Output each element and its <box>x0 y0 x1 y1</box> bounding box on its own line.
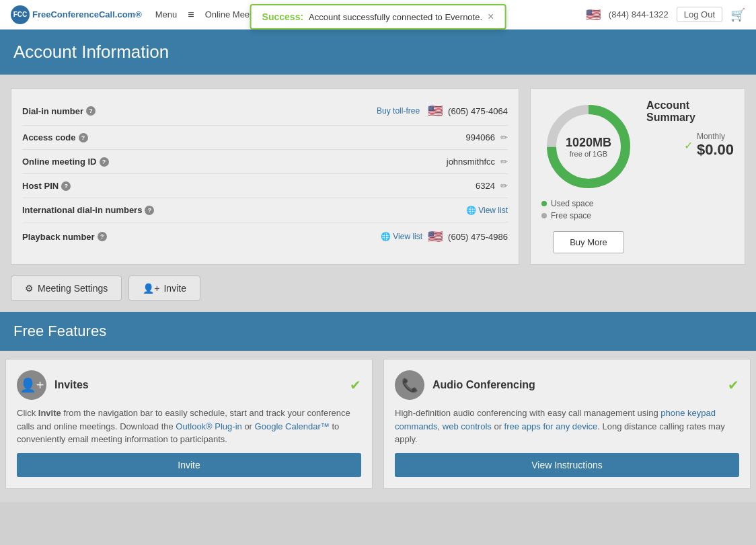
meeting-id-text: johnsmithfcc <box>447 157 495 167</box>
buy-toll-free-link[interactable]: Buy toll-free <box>377 106 420 116</box>
playback-row: Playback number ? 🌐 View list 🇺🇸 (605) 4… <box>22 222 508 251</box>
meeting-id-edit-icon[interactable]: ✏ <box>500 157 508 167</box>
free-features-header: Free Features <box>0 312 756 351</box>
logo-icon: FCC <box>11 5 30 24</box>
monthly-summary: ✓ Monthly $0.00 <box>684 132 734 159</box>
us-flag-icon: 🇺🇸 <box>428 103 443 118</box>
gear-icon: ⚙ <box>25 283 34 294</box>
summary-left: 1020MB free of 1GB Used space Free space <box>541 99 636 253</box>
invite-person-icon: 👤+ <box>143 283 159 294</box>
audio-card-top: 📞 Audio Conferencing ✔ <box>395 370 739 400</box>
invites-card-top: 👤+ Invites ✔ <box>17 370 361 400</box>
access-code-edit-icon[interactable]: ✏ <box>500 132 508 142</box>
toast-success-label: Success: <box>262 11 303 22</box>
online-meeting-id-row: Online meeting ID ? johnsmithfcc ✏ <box>22 150 508 174</box>
dial-in-number: (605) 475-4064 <box>448 106 508 116</box>
nav-menu[interactable]: Menu <box>155 9 178 19</box>
storage-free-of: free of 1GB <box>566 150 611 158</box>
host-pin-label: Host PIN ? <box>22 181 170 191</box>
invite-label: Invite <box>163 283 186 294</box>
host-pin-edit-icon[interactable]: ✏ <box>500 181 508 191</box>
free-space-dot <box>541 213 547 218</box>
features-grid: 👤+ Invites ✔ Click Invite from the navig… <box>0 351 756 489</box>
intl-dialin-help-icon[interactable]: ? <box>145 206 154 215</box>
page-header: Account Information <box>0 30 756 75</box>
free-features-title: Free Features <box>13 323 743 340</box>
action-buttons: ⚙ Meeting Settings 👤+ Invite <box>11 276 745 301</box>
audio-check-icon: ✔ <box>728 377 739 393</box>
monthly-label: Monthly <box>697 132 734 141</box>
host-pin-value: 6324 ✏ <box>476 181 508 191</box>
audio-conferencing-card: 📞 Audio Conferencing ✔ High-definition a… <box>383 359 751 489</box>
audio-description: High-definition audio conferencing with … <box>395 407 739 446</box>
host-pin-help-icon[interactable]: ? <box>61 181 71 191</box>
monthly-price: $0.00 <box>697 141 734 159</box>
summary-right-col: Account Summary ✓ Monthly $0.00 <box>636 99 734 253</box>
playback-flag-icon: 🇺🇸 <box>428 229 443 244</box>
audio-icon: 📞 <box>395 370 424 400</box>
google-calendar-link[interactable]: Google Calendar™ <box>255 421 330 431</box>
playback-label: Playback number ? <box>22 232 170 242</box>
globe-icon: 🌐 <box>466 206 476 215</box>
meeting-settings-button[interactable]: ⚙ Meeting Settings <box>11 276 122 301</box>
meeting-settings-label: Meeting Settings <box>38 283 108 294</box>
online-meeting-id-value: johnsmithfcc ✏ <box>447 157 508 167</box>
invite-button[interactable]: 👤+ Invite <box>128 276 200 301</box>
access-code-value: 994066 ✏ <box>466 132 508 142</box>
free-apps-link[interactable]: free apps for any device <box>504 421 598 431</box>
intl-dialin-view-link[interactable]: 🌐 View list <box>466 206 508 215</box>
donut-label: 1020MB free of 1GB <box>566 136 611 158</box>
invites-description: Click Invite from the navigation bar to … <box>17 407 361 446</box>
web-controls-link[interactable]: web controls <box>443 421 492 431</box>
buy-more-button[interactable]: Buy More <box>553 231 624 253</box>
intl-dialin-row: International dial-in numbers ? 🌐 View l… <box>22 198 508 222</box>
summary-check-icon: ✓ <box>684 139 693 152</box>
nav-links: Menu ≡ Online Meeting <box>155 9 264 21</box>
storage-legend: Used space Free space <box>541 199 593 220</box>
main-content: Dial-in number ? Buy toll-free 🇺🇸 (605) … <box>0 75 756 502</box>
intl-dialin-value: 🌐 View list <box>466 206 508 215</box>
cart-icon[interactable]: 🛒 <box>730 7 745 22</box>
host-pin-number: 6324 <box>476 181 495 191</box>
invite-bold: Invite <box>38 408 61 418</box>
storage-used-mb: 1020MB <box>566 136 611 150</box>
invites-title: Invites <box>54 379 342 391</box>
playback-view-link[interactable]: 🌐 View list <box>381 232 422 241</box>
invite-action-button[interactable]: Invite <box>17 453 361 477</box>
playback-number: (605) 475-4986 <box>448 232 508 242</box>
host-pin-row: Host PIN ? 6324 ✏ <box>22 174 508 198</box>
meeting-id-help-icon[interactable]: ? <box>100 157 109 167</box>
hamburger-icon[interactable]: ≡ <box>188 9 194 21</box>
access-code-label: Access code ? <box>22 132 170 142</box>
storage-donut-chart: 1020MB free of 1GB <box>541 99 636 194</box>
used-space-legend: Used space <box>541 199 593 208</box>
page-title: Account Information <box>13 42 743 62</box>
navbar: FCC FreeConferenceCall.com® Menu ≡ Onlin… <box>0 0 756 30</box>
info-panel: Dial-in number ? Buy toll-free 🇺🇸 (605) … <box>11 88 519 265</box>
dial-in-value: Buy toll-free 🇺🇸 (605) 475-4064 <box>377 103 508 118</box>
logout-button[interactable]: Log Out <box>677 7 722 22</box>
intl-dialin-label: International dial-in numbers ? <box>22 205 170 215</box>
toast-message: Account successfully connected to Everno… <box>309 12 482 22</box>
dial-in-label: Dial-in number ? <box>22 106 170 116</box>
summary-inner: 1020MB free of 1GB Used space Free space <box>541 99 734 253</box>
playback-globe-icon: 🌐 <box>381 232 391 241</box>
phone-number: (844) 844-1322 <box>609 9 669 19</box>
view-instructions-button[interactable]: View Instructions <box>395 453 739 477</box>
access-code-row: Access code ? 994066 ✏ <box>22 126 508 150</box>
free-space-legend: Free space <box>541 211 593 220</box>
audio-title: Audio Conferencing <box>432 379 720 391</box>
playback-help-icon[interactable]: ? <box>98 232 107 241</box>
dial-in-help-icon[interactable]: ? <box>86 106 96 116</box>
invites-icon: 👤+ <box>17 370 46 400</box>
outlook-plugin-link[interactable]: Outlook® Plug-in <box>176 421 241 431</box>
logo[interactable]: FCC FreeConferenceCall.com® <box>11 5 142 24</box>
used-space-dot <box>541 201 547 206</box>
summary-panel: 1020MB free of 1GB Used space Free space <box>530 88 745 265</box>
flag-icon: 🇺🇸 <box>586 7 601 22</box>
navbar-right: 🇺🇸 (844) 844-1322 Log Out 🛒 <box>586 7 745 22</box>
account-grid: Dial-in number ? Buy toll-free 🇺🇸 (605) … <box>11 88 745 265</box>
access-code-help-icon[interactable]: ? <box>79 133 88 142</box>
invites-check-icon: ✔ <box>350 377 361 393</box>
toast-close-button[interactable]: × <box>488 11 494 23</box>
